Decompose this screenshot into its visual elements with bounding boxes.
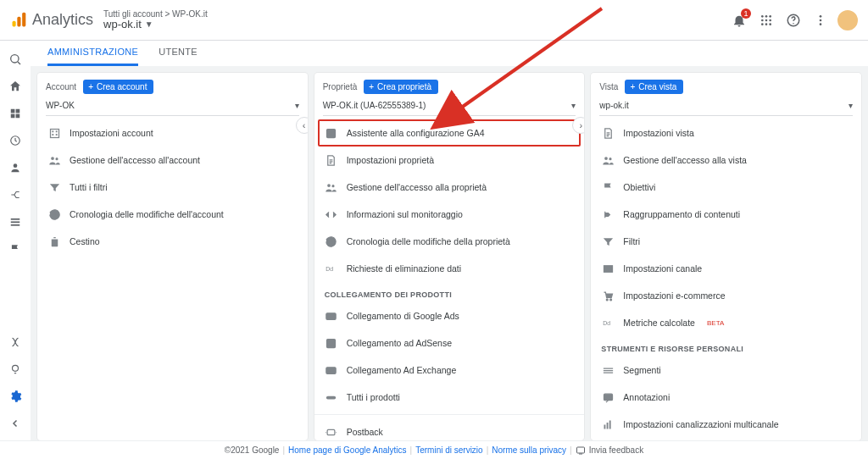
footer-privacy-link[interactable]: Norme sulla privacy (492, 445, 566, 455)
plus-icon: + (88, 82, 93, 91)
apps-button[interactable] (753, 7, 780, 34)
help-button[interactable] (780, 7, 807, 34)
item-label: Tutti i filtri (70, 182, 108, 192)
divider (314, 414, 585, 415)
annotations[interactable]: Annotazioni (591, 384, 861, 411)
adexchange-link[interactable]: Collegamento Ad Exchange (314, 357, 585, 384)
svg-rect-21 (11, 114, 15, 119)
svg-point-8 (769, 19, 771, 21)
svg-rect-52 (604, 265, 612, 272)
rail-attribution[interactable] (2, 329, 29, 356)
item-label: Metriche calcolate (623, 318, 695, 328)
chevron-down-icon: ▾ (571, 101, 576, 110)
postback[interactable]: Postback (314, 418, 585, 440)
rail-behavior[interactable] (2, 208, 29, 235)
account-access-mgmt[interactable]: Gestione dell'accesso all'account (37, 147, 308, 174)
property-access-mgmt[interactable]: Gestione dell'accesso alla proprietà (314, 174, 585, 201)
rail-discover[interactable] (2, 356, 29, 383)
blocks-icon (9, 108, 21, 119)
account-change-history[interactable]: Cronologia delle modifiche dell'account (37, 201, 308, 228)
rail-audience[interactable] (2, 154, 29, 181)
trash[interactable]: Cestino (37, 228, 308, 255)
rail-collapse[interactable] (2, 410, 29, 437)
rail-home[interactable] (2, 73, 29, 100)
brand-area[interactable]: Analytics (10, 11, 93, 29)
google-ads-link[interactable]: Collegamento di Google Ads (314, 302, 585, 329)
postback-icon (325, 425, 338, 439)
all-products[interactable]: Tutti i prodotti (314, 384, 585, 411)
rail-search[interactable] (2, 46, 29, 73)
item-label: Collegamento Ad Exchange (347, 365, 457, 375)
dd-icon: Dd (601, 316, 615, 329)
calculated-metrics[interactable]: DdMetriche calcolateBETA (591, 309, 861, 336)
feedback-icon (576, 445, 586, 456)
property-select[interactable]: WP-OK.it (UA-62555389-1) ▾ (323, 97, 576, 116)
svg-point-54 (610, 298, 612, 300)
tracking-info[interactable]: Informazioni sul monitoraggio (314, 201, 585, 228)
svg-point-35 (55, 158, 58, 160)
search-icon (8, 53, 22, 66)
item-label: Annotazioni (623, 392, 670, 402)
account-avatar[interactable] (834, 7, 861, 34)
svg-rect-1 (17, 16, 20, 26)
svg-rect-32 (52, 134, 53, 135)
ga4-assistant[interactable]: Assistente alla configurazione GA4 (318, 119, 581, 147)
rail-realtime[interactable] (2, 127, 29, 154)
item-label: Postback (347, 427, 383, 437)
svg-point-7 (765, 19, 768, 21)
channel-settings[interactable]: Impostazioni canale (591, 255, 861, 282)
segments[interactable]: Segmenti (591, 357, 861, 384)
account-settings[interactable]: Impostazioni account (37, 119, 308, 147)
svg-point-53 (606, 298, 608, 300)
ecommerce-settings[interactable]: Impostazioni e-commerce (591, 282, 861, 309)
svg-rect-41 (328, 314, 331, 318)
footer-terms-link[interactable]: Termini di servizio (415, 445, 482, 455)
footer-feedback[interactable]: Invia feedback (576, 445, 644, 456)
svg-rect-25 (11, 218, 20, 220)
property-settings[interactable]: Impostazioni proprietà (314, 147, 585, 174)
rail-conversions[interactable] (2, 235, 29, 263)
mcf-settings[interactable]: Impostazioni canalizzazioni multicanale (591, 411, 861, 438)
create-account-button[interactable]: +Crea account (83, 80, 153, 94)
property-change-history[interactable]: Cronologia delle modifiche della proprie… (314, 228, 585, 255)
svg-point-10 (765, 23, 768, 25)
account-select[interactable]: WP-OK ▾ (46, 97, 299, 116)
view-select[interactable]: wp-ok.it ▾ (599, 97, 853, 116)
adsense-link[interactable]: Collegamento ad AdSense (314, 329, 585, 357)
column-nav-next[interactable]: › (572, 117, 584, 134)
svg-rect-22 (16, 114, 20, 119)
footer-home-link[interactable]: Home page di Google Analytics (288, 445, 407, 455)
more-button[interactable] (807, 7, 834, 34)
svg-point-16 (820, 23, 822, 25)
item-label: Collegamento ad AdSense (347, 338, 452, 348)
filters[interactable]: Filtri (591, 228, 861, 255)
view-settings[interactable]: Impostazioni vista (591, 119, 861, 147)
tab-admin[interactable]: AMMINISTRAZIONE (47, 47, 138, 66)
rail-admin[interactable] (2, 383, 29, 410)
assist-icon (325, 126, 338, 140)
svg-rect-31 (55, 130, 57, 132)
chevron-down-icon: ▼ (145, 19, 153, 29)
rail-reports[interactable] (2, 100, 29, 127)
view-access-mgmt[interactable]: Gestione dell'accesso alla vista (591, 147, 861, 174)
footer-copyright: ©2021 Google (225, 445, 280, 455)
item-label: Impostazioni proprietà (347, 155, 434, 165)
annot-icon (601, 390, 615, 404)
all-filters[interactable]: Tutti i filtri (37, 174, 308, 201)
create-property-button[interactable]: +Crea proprietà (364, 80, 438, 94)
beta-badge: BETA (707, 319, 724, 327)
rail-acquisition[interactable] (2, 181, 29, 208)
data-deletion[interactable]: DdRichieste di eliminazione dati (314, 255, 585, 282)
app-header: Analytics Tutti gli account > WP-OK.it w… (0, 0, 868, 41)
content-grouping[interactable]: Raggruppamento di contenuti (591, 201, 861, 228)
clock-icon (9, 135, 21, 147)
adx-icon (325, 363, 338, 377)
account-picker[interactable]: Tutti gli account > WP-OK.it wp-ok.it ▼ (103, 9, 208, 30)
arrow-split-icon (9, 189, 21, 201)
more-vert-icon (814, 14, 827, 27)
create-view-button[interactable]: +Crea vista (625, 80, 683, 94)
goals[interactable]: Obiettivi (591, 174, 861, 201)
tab-user[interactable]: UTENTE (159, 47, 198, 66)
notifications-button[interactable]: 1 (726, 7, 753, 34)
people-icon (601, 153, 615, 167)
